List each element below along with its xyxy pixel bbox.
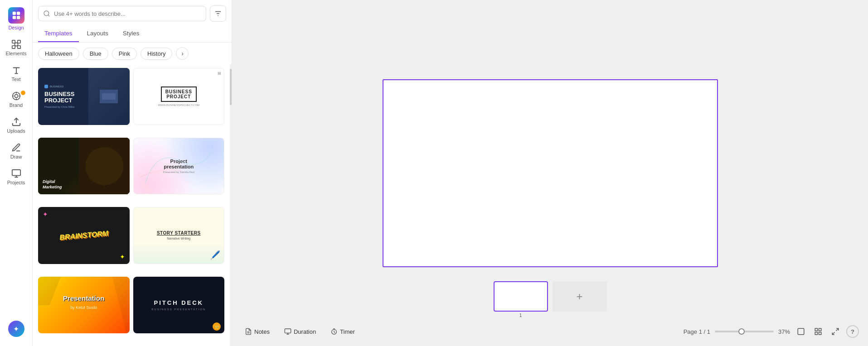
chip-blue[interactable]: Blue [83,48,108,60]
search-input[interactable] [54,10,201,17]
svg-rect-5 [12,40,15,43]
template-card-brainstorm[interactable]: ✦ BRAINSTORM ✦ [38,207,130,264]
view-grid-button[interactable] [812,325,824,338]
template-card-story-starters[interactable]: STORY STARTERS Narrative Writing 🖊️ [133,207,225,264]
draw-icon [11,143,21,153]
sidebar-text-label: Text [11,77,20,82]
svg-rect-6 [17,40,20,43]
duration-button[interactable]: Duration [281,326,320,337]
sidebar-design-label: Design [8,25,24,30]
svg-rect-2 [12,16,15,19]
svg-rect-27 [285,329,291,333]
sidebar: Design Elements Text Brand [0,0,33,346]
template-card-pitch-deck[interactable]: PITCH DECK BUSINESS PRESENTATION 👑 [133,277,225,334]
view-grid-icon [814,327,822,336]
template-card-presentation-comic[interactable]: Presentation by Ketut Susilo [38,277,130,334]
elements-icon [11,39,21,49]
templates-panel: Templates Layouts Styles Halloween Blue … [33,0,232,346]
svg-marker-22 [112,277,130,334]
svg-rect-3 [16,16,19,19]
tab-templates[interactable]: Templates [38,25,79,42]
filter-icon [214,10,222,18]
sidebar-item-projects[interactable]: Projects [2,165,31,189]
template-card-project-presentation[interactable]: Projectpresentation Presented by Sandra … [133,138,225,195]
slide-thumbnails: 1 + [494,281,607,317]
svg-rect-1 [16,12,19,15]
sidebar-item-uploads[interactable]: Uploads [2,113,31,137]
projects-icon [11,168,21,178]
view-normal-icon [797,327,805,336]
sidebar-elements-label: Elements [6,51,27,56]
help-button[interactable]: ? [846,325,859,338]
timer-icon [330,328,338,335]
brand-badge [20,90,26,96]
sidebar-projects-label: Projects [7,180,25,185]
chip-halloween[interactable]: Halloween [38,48,79,60]
svg-point-10 [15,94,18,97]
timer-button[interactable]: Timer [327,326,359,337]
magic-btn[interactable]: ✦ [8,321,24,337]
add-slide-button[interactable]: + [553,281,607,312]
search-box[interactable] [38,6,206,21]
bottom-bar: Notes Duration Timer Page 1 / 1 [232,317,868,346]
svg-rect-7 [12,46,15,48]
svg-rect-30 [815,328,817,331]
slide-thumbnail-1[interactable]: 1 [494,281,548,312]
uploads-icon [11,117,21,127]
sidebar-item-draw[interactable]: Draw [2,139,31,163]
filter-chips: Halloween Blue Pink History › [33,43,232,64]
svg-rect-33 [819,332,821,335]
svg-rect-18 [102,93,116,100]
chips-next-arrow[interactable]: › [176,47,189,60]
notes-label: Notes [254,328,270,335]
template-card-business-white[interactable]: BUSINESS PROJECT WWW.BUSINESSPROJECT.COM… [133,68,225,125]
tab-styles[interactable]: Styles [116,25,146,42]
fullscreen-button[interactable] [829,325,842,338]
notes-button[interactable]: Notes [241,326,273,337]
template-card-business-blue[interactable]: BUSINESS BUSINESSPROJECT Presented by Ch… [38,68,130,125]
svg-line-35 [832,332,834,335]
scroll-thumb[interactable] [230,69,232,105]
page-indicator: Page 1 / 1 [684,328,710,335]
svg-text:by Ketut Susilo: by Ketut Susilo [70,305,97,309]
zoom-slider[interactable] [715,331,774,332]
filter-button[interactable] [210,5,226,22]
panel-tabs: Templates Layouts Styles [33,25,232,43]
view-normal-button[interactable] [795,325,807,338]
sidebar-draw-label: Draw [10,154,22,159]
sidebar-item-brand[interactable]: Brand [2,87,31,111]
chip-pink[interactable]: Pink [112,48,137,60]
search-area [33,0,232,25]
duration-icon [284,328,291,335]
design-icon [8,7,24,24]
fullscreen-icon [831,327,839,336]
svg-rect-8 [17,46,20,48]
template-card-digital-marketing[interactable]: DigitalMarketing [38,138,130,195]
svg-rect-29 [798,328,804,335]
premium-badge: 👑 [213,322,221,331]
tab-layouts[interactable]: Layouts [81,25,115,42]
text-icon [11,65,21,75]
zoom-slider-thumb[interactable] [738,328,745,335]
notes-icon [245,328,252,335]
duration-label: Duration [294,328,316,335]
brainstorm-text: BRAINSTORM [59,229,108,241]
sidebar-brand-label: Brand [10,102,23,108]
canvas-slide[interactable] [383,79,718,267]
scroll-track [230,64,232,346]
svg-marker-21 [38,277,61,305]
sidebar-item-text[interactable]: Text [2,62,31,86]
svg-text:Presentation: Presentation [63,294,105,302]
sidebar-uploads-label: Uploads [7,128,25,134]
template-grid: BUSINESS BUSINESSPROJECT Presented by Ch… [33,64,230,346]
chip-history[interactable]: History [141,48,172,60]
sidebar-item-elements[interactable]: Elements [2,36,31,60]
zoom-level: 37% [778,328,790,335]
svg-rect-12 [12,170,20,176]
bottom-right: Page 1 / 1 37% [684,325,859,338]
bottom-left: Notes Duration Timer [241,326,359,337]
svg-point-13 [44,11,49,16]
svg-rect-0 [12,12,15,15]
svg-line-34 [836,328,839,331]
sidebar-item-design[interactable]: Design [2,4,31,34]
